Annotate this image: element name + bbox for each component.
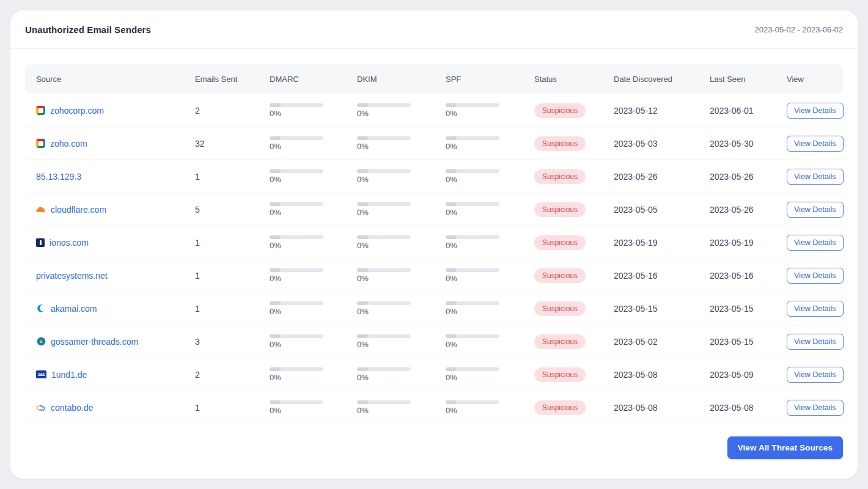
spf-progress-bar bbox=[446, 400, 499, 404]
table-row: ionos.com10%0%0%Suspicious2023-05-192023… bbox=[25, 226, 843, 259]
spf-progress-fill bbox=[446, 367, 457, 371]
dmarc-cell: 0% bbox=[259, 268, 346, 283]
dkim-progress-bar bbox=[357, 202, 411, 206]
source-cell: 85.13.129.3 bbox=[25, 172, 184, 182]
spf-percent: 0% bbox=[446, 208, 523, 217]
source-link[interactable]: ionos.com bbox=[50, 238, 89, 248]
spf-progress-bar bbox=[446, 268, 499, 272]
dmarc-progress-fill bbox=[270, 268, 281, 272]
emails-sent-value: 2 bbox=[184, 106, 259, 116]
status-cell: Suspicious bbox=[523, 367, 603, 382]
status-badge: Suspicious bbox=[534, 301, 586, 316]
ionos-logo-icon bbox=[36, 238, 45, 247]
date-discovered-value: 2023-05-16 bbox=[603, 271, 699, 281]
view-details-button[interactable]: View Details bbox=[787, 202, 844, 218]
source-link[interactable]: zoho.com bbox=[50, 139, 87, 149]
page-title: Unauthorized Email Senders bbox=[25, 24, 151, 35]
dkim-cell: 0% bbox=[346, 103, 435, 118]
dmarc-progress-bar bbox=[270, 268, 323, 272]
view-cell: View Details bbox=[776, 268, 844, 284]
source-link[interactable]: 85.13.129.3 bbox=[36, 172, 81, 182]
source-link[interactable]: contabo.de bbox=[51, 403, 93, 413]
view-details-button[interactable]: View Details bbox=[787, 169, 844, 185]
spf-cell: 0% bbox=[435, 400, 523, 415]
dkim-progress-fill bbox=[357, 169, 368, 173]
date-discovered-value: 2023-05-05 bbox=[603, 205, 699, 215]
source-link[interactable]: cloudflare.com bbox=[51, 205, 106, 215]
view-details-button[interactable]: View Details bbox=[787, 334, 844, 350]
dkim-percent: 0% bbox=[357, 307, 435, 316]
dkim-progress-fill bbox=[357, 202, 368, 206]
view-cell: View Details bbox=[776, 400, 844, 416]
view-details-button[interactable]: View Details bbox=[787, 400, 844, 416]
status-cell: Suspicious bbox=[523, 103, 603, 118]
dkim-progress-bar bbox=[357, 367, 411, 371]
date-range: 2023-05-02 - 2023-06-02 bbox=[754, 25, 843, 34]
date-discovered-value: 2023-05-08 bbox=[603, 370, 699, 380]
spf-progress-bar bbox=[446, 169, 499, 173]
dmarc-progress-fill bbox=[270, 235, 281, 239]
source-link[interactable]: privatesystems.net bbox=[36, 271, 108, 281]
dmarc-cell: 0% bbox=[259, 202, 346, 217]
emails-sent-value: 32 bbox=[184, 139, 259, 149]
emails-sent-value: 1 bbox=[184, 403, 259, 413]
status-cell: Suspicious bbox=[523, 400, 603, 415]
dmarc-progress-fill bbox=[270, 202, 281, 206]
dmarc-percent: 0% bbox=[270, 175, 346, 184]
view-all-threat-sources-button[interactable]: View All Threat Sources bbox=[727, 436, 843, 459]
dmarc-percent: 0% bbox=[270, 406, 346, 415]
last-seen-value: 2023-05-26 bbox=[699, 205, 776, 215]
spf-percent: 0% bbox=[446, 373, 523, 382]
last-seen-value: 2023-05-15 bbox=[699, 304, 776, 314]
view-cell: View Details bbox=[776, 202, 844, 218]
spf-cell: 0% bbox=[435, 136, 523, 151]
view-details-button[interactable]: View Details bbox=[787, 268, 844, 284]
spf-percent: 0% bbox=[446, 142, 523, 151]
spf-percent: 0% bbox=[446, 109, 523, 118]
svg-text:G: G bbox=[40, 340, 43, 344]
view-details-button[interactable]: View Details bbox=[787, 301, 844, 317]
dmarc-cell: 0% bbox=[259, 235, 346, 250]
dmarc-percent: 0% bbox=[270, 109, 346, 118]
column-header-dkim: DKIM bbox=[346, 75, 435, 84]
dkim-progress-bar bbox=[357, 136, 411, 140]
table-header-row: SourceEmails SentDMARCDKIMSPFStatusDate … bbox=[25, 64, 843, 94]
source-cell: Ggossamer-threads.com bbox=[25, 337, 184, 347]
source-link[interactable]: akamai.com bbox=[51, 304, 97, 314]
dkim-progress-bar bbox=[357, 268, 411, 272]
last-seen-value: 2023-06-01 bbox=[699, 106, 776, 116]
column-header-date-discovered: Date Discovered bbox=[603, 75, 699, 84]
spf-progress-bar bbox=[446, 136, 499, 140]
source-link[interactable]: 1und1.de bbox=[51, 370, 87, 380]
emails-sent-value: 1 bbox=[184, 172, 259, 182]
spf-progress-fill bbox=[446, 400, 457, 404]
dkim-cell: 0% bbox=[346, 367, 435, 382]
spf-cell: 0% bbox=[435, 301, 523, 316]
dkim-progress-fill bbox=[357, 367, 368, 371]
dmarc-progress-fill bbox=[270, 301, 281, 305]
dkim-percent: 0% bbox=[357, 373, 435, 382]
status-badge: Suspicious bbox=[534, 169, 586, 184]
view-details-button[interactable]: View Details bbox=[787, 136, 844, 152]
dkim-progress-bar bbox=[357, 400, 411, 404]
status-badge: Suspicious bbox=[534, 334, 586, 349]
spf-cell: 0% bbox=[435, 103, 523, 118]
table-row: 1&11und1.de20%0%0%Suspicious2023-05-0820… bbox=[25, 358, 843, 391]
dkim-cell: 0% bbox=[346, 169, 435, 184]
dkim-progress-fill bbox=[357, 301, 368, 305]
view-details-button[interactable]: View Details bbox=[787, 103, 844, 119]
source-cell: ionos.com bbox=[25, 238, 184, 248]
dkim-cell: 0% bbox=[346, 235, 435, 250]
date-discovered-value: 2023-05-03 bbox=[603, 139, 699, 149]
view-cell: View Details bbox=[776, 136, 844, 152]
dmarc-cell: 0% bbox=[259, 103, 346, 118]
dmarc-cell: 0% bbox=[259, 400, 346, 415]
view-cell: View Details bbox=[776, 169, 844, 185]
dkim-progress-fill bbox=[357, 103, 368, 107]
source-link[interactable]: zohocorp.com bbox=[50, 106, 104, 116]
spf-percent: 0% bbox=[446, 340, 523, 349]
view-details-button[interactable]: View Details bbox=[787, 235, 844, 251]
view-details-button[interactable]: View Details bbox=[787, 367, 844, 383]
source-link[interactable]: gossamer-threads.com bbox=[51, 337, 138, 347]
source-cell: zohocorp.com bbox=[25, 106, 184, 116]
